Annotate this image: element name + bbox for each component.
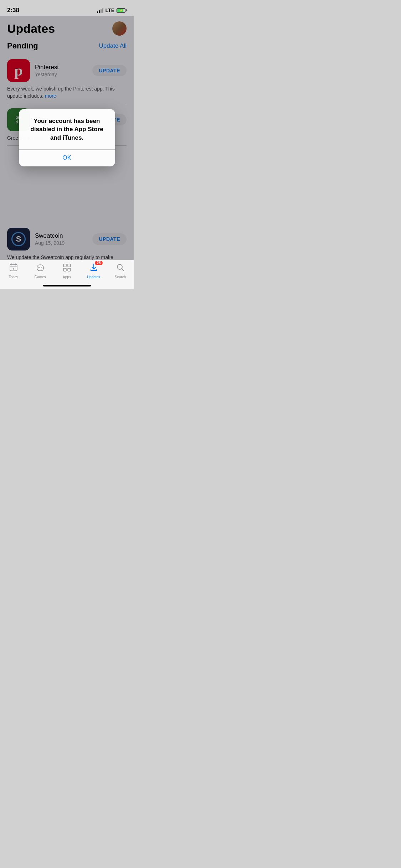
alert-ok-button[interactable]: OK [19,149,115,166]
alert-dialog: Your account has been disabled in the Ap… [19,109,115,167]
lte-indicator: LTE [106,7,114,13]
svg-rect-11 [63,268,66,271]
signal-bars [97,8,103,13]
alert-actions: OK [19,149,115,166]
tab-updates-label: Updates [87,275,100,279]
svg-rect-12 [68,268,71,271]
tab-apps[interactable]: Apps [53,263,80,279]
alert-content: Your account has been disabled in the Ap… [19,109,115,149]
tab-today[interactable]: 1 Today [0,263,27,279]
tab-games-label: Games [34,275,46,279]
main-content: Updates Pending Update All p Pinterest Y… [0,16,134,260]
svg-rect-9 [63,264,66,267]
search-icon [116,263,125,274]
games-icon [36,263,45,274]
tab-search[interactable]: Search [107,263,134,279]
svg-point-7 [41,267,42,268]
updates-icon: 28 [89,263,98,274]
updates-badge: 28 [95,261,102,265]
svg-text:1: 1 [12,268,14,271]
tab-today-label: Today [9,275,18,279]
home-indicator [43,285,91,286]
today-icon: 1 [9,263,18,274]
alert-title: Your account has been disabled in the Ap… [25,117,109,142]
svg-line-14 [122,269,124,271]
status-right: LTE ⚡ [97,7,127,13]
tab-apps-label: Apps [63,275,71,279]
tab-updates[interactable]: 28 Updates [80,263,107,279]
status-bar: 2:38 LTE ⚡ [0,0,134,16]
svg-point-8 [41,268,41,268]
tab-search-label: Search [115,275,126,279]
apps-icon [62,263,72,274]
tab-games[interactable]: Games [27,263,53,279]
svg-rect-10 [68,264,71,267]
overlay: Your account has been disabled in the Ap… [0,16,134,260]
status-time: 2:38 [7,7,19,14]
battery-icon: ⚡ [117,8,127,13]
